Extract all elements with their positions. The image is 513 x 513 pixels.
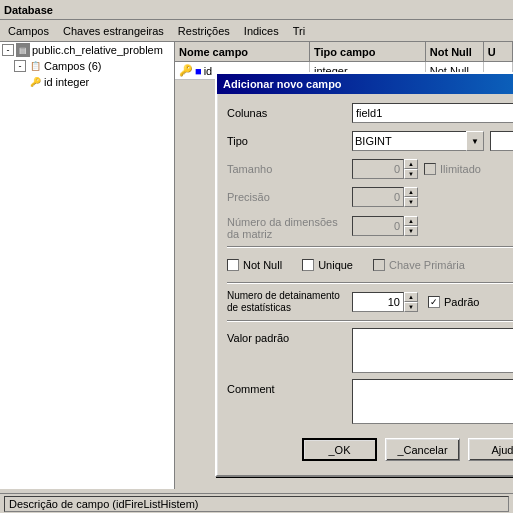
- campos-label: Campos (6): [44, 60, 101, 72]
- dialog-title-text: Adicionar novo campo: [223, 78, 342, 90]
- col-u-header: U: [484, 42, 513, 61]
- cancel-button[interactable]: _Cancelar: [385, 438, 460, 461]
- tipo-extra-input[interactable]: [490, 131, 513, 151]
- expand-campos-icon[interactable]: -: [14, 60, 26, 72]
- button-bar: _OK _Cancelar Ajuda: [227, 430, 513, 467]
- tipo-select[interactable]: BIGINT INTEGER VARCHAR TEXT BOOLEAN: [352, 131, 467, 151]
- chaveprimaria-wrap: Chave Primária: [373, 259, 465, 271]
- comment-label: Comment: [227, 383, 352, 395]
- estatisticas-row: Numero de detainamento de estatísticas ▲…: [227, 290, 513, 314]
- tamanho-up-btn[interactable]: ▲: [404, 159, 418, 169]
- menu-chaves[interactable]: Chaves estrangeiras: [57, 23, 170, 39]
- precisao-input: [352, 187, 404, 207]
- row-id-icon: ■: [195, 65, 202, 77]
- matriz-spinner: ▲ ▼: [352, 216, 418, 236]
- estatisticas-input[interactable]: [352, 292, 404, 312]
- db-path-label: Database: [4, 4, 53, 16]
- status-bar: Descrição de campo (idFireListHistem): [0, 493, 513, 513]
- row-icon: 🔑: [179, 64, 193, 77]
- tipo-dropdown-arrow[interactable]: ▼: [466, 131, 484, 151]
- estatisticas-up-btn[interactable]: ▲: [404, 292, 418, 302]
- precisao-up-btn[interactable]: ▲: [404, 187, 418, 197]
- row-nome-val: id: [204, 65, 213, 77]
- ilimitado-wrap: Ilimitado: [424, 163, 481, 175]
- tipo-row: Tipo BIGINT INTEGER VARCHAR TEXT BOOLEAN…: [227, 130, 513, 152]
- right-panel: Nome campo Tipo campo Not Null U 🔑 ■ id …: [175, 42, 513, 489]
- estatisticas-down-btn[interactable]: ▼: [404, 302, 418, 312]
- colunas-row: Colunas: [227, 102, 513, 124]
- tree-campos[interactable]: - 📋 Campos (6): [0, 58, 174, 74]
- tamanho-label: Tamanho: [227, 163, 352, 175]
- tipo-label: Tipo: [227, 135, 352, 147]
- status-text: Descrição de campo (idFireListHistem): [9, 498, 199, 510]
- separator-3: [227, 320, 513, 322]
- menu-indices[interactable]: Indices: [238, 23, 285, 39]
- unique-wrap: Unique: [302, 259, 353, 271]
- campos-icon: 📋: [28, 59, 42, 73]
- field-name: id: [44, 76, 53, 88]
- menu-campos[interactable]: Campos: [2, 23, 55, 39]
- padrao-wrap: Padrão: [428, 296, 479, 308]
- menu-bar: Campos Chaves estrangeiras Restrições In…: [0, 20, 513, 42]
- tamanho-down-btn[interactable]: ▼: [404, 169, 418, 179]
- menu-tri[interactable]: Tri: [287, 23, 311, 39]
- matriz-label: Número da dimensões da matriz: [227, 216, 352, 240]
- estatisticas-spinner-btns: ▲ ▼: [404, 292, 418, 312]
- notnull-wrap: Not Null: [227, 259, 282, 271]
- colunas-label: Colunas: [227, 107, 352, 119]
- colunas-input[interactable]: [352, 103, 513, 123]
- checkboxes-row: Not Null Unique Chave Primária: [227, 254, 513, 276]
- dialog: Adicionar novo campo × Colunas Tipo BIGI…: [215, 72, 513, 477]
- ilimitado-checkbox[interactable]: [424, 163, 436, 175]
- matriz-spinner-btns: ▲ ▼: [404, 216, 418, 236]
- col-nome-header: Nome campo: [175, 42, 310, 61]
- precisao-row: Precisão ▲ ▼: [227, 186, 513, 208]
- unique-checkbox[interactable]: [302, 259, 314, 271]
- left-panel: - ▤ public.ch_relative_problem - 📋 Campo…: [0, 42, 175, 489]
- matriz-row: Número da dimensões da matriz ▲ ▼: [227, 214, 513, 240]
- chaveprimaria-checkbox[interactable]: [373, 259, 385, 271]
- top-bar: Database: [0, 0, 513, 20]
- precisao-spinner: ▲ ▼: [352, 187, 418, 207]
- notnull-label: Not Null: [243, 259, 282, 271]
- expand-db-icon[interactable]: -: [2, 44, 14, 56]
- tree-db[interactable]: - ▤ public.ch_relative_problem: [0, 42, 174, 58]
- matriz-down-btn[interactable]: ▼: [404, 226, 418, 236]
- db-icon: ▤: [16, 43, 30, 57]
- ok-button[interactable]: _OK: [302, 438, 377, 461]
- status-panel: Descrição de campo (idFireListHistem): [4, 496, 509, 512]
- field-type: integer: [56, 76, 90, 88]
- precisao-spinner-btns: ▲ ▼: [404, 187, 418, 207]
- padrao-checkbox[interactable]: [428, 296, 440, 308]
- table-header: Nome campo Tipo campo Not Null U: [175, 42, 513, 62]
- valorpadrao-textarea[interactable]: [352, 328, 513, 373]
- col-tipo-header: Tipo campo: [310, 42, 426, 61]
- chaveprimaria-label: Chave Primária: [389, 259, 465, 271]
- dialog-body: Colunas Tipo BIGINT INTEGER VARCHAR TEXT…: [217, 94, 513, 475]
- padrao-label: Padrão: [444, 296, 479, 308]
- tamanho-input: [352, 159, 404, 179]
- valorpadrao-label: Valor padrão: [227, 332, 352, 344]
- valorpadrao-row: Valor padrão: [227, 328, 513, 373]
- unique-label: Unique: [318, 259, 353, 271]
- matriz-input: [352, 216, 404, 236]
- matriz-up-btn[interactable]: ▲: [404, 216, 418, 226]
- estatisticas-label: Numero de detainamento de estatísticas: [227, 290, 352, 314]
- tamanho-spinner-btns: ▲ ▼: [404, 159, 418, 179]
- estatisticas-spinner: ▲ ▼: [352, 292, 418, 312]
- menu-restricoes[interactable]: Restrições: [172, 23, 236, 39]
- separator-2: [227, 282, 513, 284]
- field-icon: 🔑: [28, 75, 42, 89]
- db-label: public.ch_relative_problem: [32, 44, 163, 56]
- dialog-title-bar: Adicionar novo campo ×: [217, 74, 513, 94]
- precisao-down-btn[interactable]: ▼: [404, 197, 418, 207]
- comment-row: Comment: [227, 379, 513, 424]
- ilimitado-label: Ilimitado: [440, 163, 481, 175]
- tamanho-row: Tamanho ▲ ▼ Ilimitado: [227, 158, 513, 180]
- help-button[interactable]: Ajuda: [468, 438, 513, 461]
- comment-textarea[interactable]: [352, 379, 513, 424]
- notnull-checkbox[interactable]: [227, 259, 239, 271]
- tree-field-id[interactable]: 🔑 id integer: [0, 74, 174, 90]
- tamanho-spinner: ▲ ▼: [352, 159, 418, 179]
- separator-1: [227, 246, 513, 248]
